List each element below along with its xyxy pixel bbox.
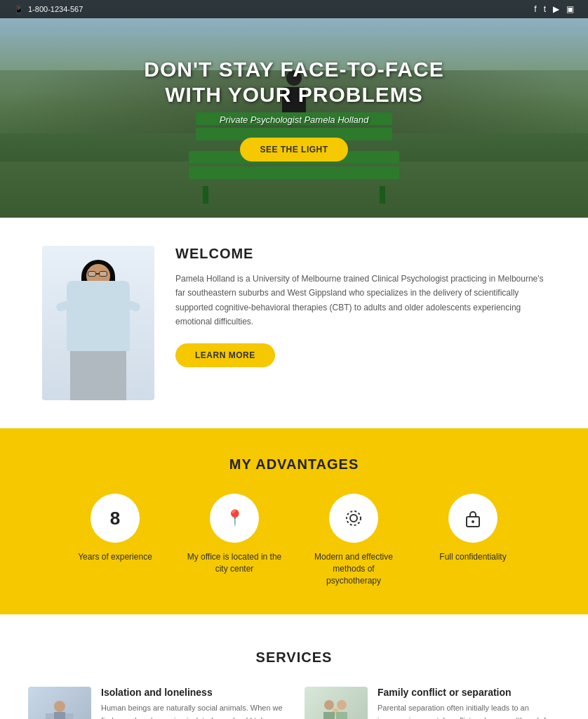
learn-more-button[interactable]: LEARN MORE [175,343,275,367]
isolation-illustration [39,692,81,719]
service-content-isolation: Isolation and loneliness Human beings ar… [101,687,283,719]
social-icons: f t ▶ ▣ [534,4,574,14]
svg-rect-10 [323,712,335,719]
service-desc-family: Parental separation often initially lead… [377,702,560,719]
welcome-title: WELCOME [175,246,546,262]
bench-leg-right [380,186,385,204]
lock-icon [465,508,481,528]
svg-point-3 [472,520,474,523]
hero-section: DON'T STAY FACE-TO-FACE WITH YOUR PROBLE… [0,0,588,218]
service-item-family: Family conflict or separation Parental s… [305,687,560,719]
svg-point-5 [54,701,65,712]
twitter-icon[interactable]: t [544,4,546,14]
hero-subtitle: Private Psychologist Pamela Holland [144,114,443,125]
instagram-icon[interactable]: ▣ [566,4,574,14]
experience-label: Years of experience [78,551,152,563]
advantage-circle-methods [329,494,378,543]
service-image-family [305,687,368,719]
services-grid: Isolation and loneliness Human beings ar… [28,687,560,719]
location-label: My office is located in the city center [185,551,283,575]
advantage-item-confidentiality: Full confidentiality [424,494,522,586]
family-illustration [315,692,357,719]
advantage-item-methods: Modern and effective methods of psychoth… [305,494,403,586]
methods-label: Modern and effective methods of psychoth… [305,551,403,586]
services-section: SERVICES Isolation and loneliness Human … [0,614,588,719]
phone-icon: 📱 [14,5,24,14]
welcome-section: WELCOME Pamela Holland is a University o… [0,218,588,428]
welcome-text: WELCOME Pamela Holland is a University o… [175,246,546,367]
phone-number: 1-800-1234-567 [28,5,83,13]
service-name-isolation: Isolation and loneliness [101,687,283,698]
service-image-isolation [28,687,91,719]
location-icon: 📍 [225,509,244,527]
advantages-grid: 8 Years of experience 📍 My office is loc… [21,494,567,586]
youtube-icon[interactable]: ▶ [553,4,559,14]
phone-bar: 📱 1-800-1234-567 [14,5,83,14]
advantage-circle-experience: 8 [91,494,140,543]
advantage-item-experience: 8 Years of experience [66,494,164,586]
gear-icon [344,508,363,528]
psychologist-avatar [42,246,154,400]
svg-point-8 [337,700,347,710]
svg-point-0 [350,515,357,522]
svg-point-7 [324,700,334,710]
svg-rect-6 [54,712,65,719]
top-bar: 📱 1-800-1234-567 f t ▶ ▣ [0,0,588,18]
bench-leg-left [203,186,208,204]
facebook-icon[interactable]: f [534,4,536,14]
hero-cta-button[interactable]: SEE THE LIGHT [240,138,347,161]
hero-title: DON'T STAY FACE-TO-FACE WITH YOUR PROBLE… [144,57,443,107]
hero-content: DON'T STAY FACE-TO-FACE WITH YOUR PROBLE… [144,57,443,161]
advantage-circle-location: 📍 [210,494,259,543]
advantage-circle-confidentiality [448,494,497,543]
bench-seat-slat2 [189,166,399,179]
service-desc-isolation: Human beings are naturally social animal… [101,702,283,719]
service-item-isolation: Isolation and loneliness Human beings ar… [28,687,283,719]
service-name-family: Family conflict or separation [377,687,560,698]
confidentiality-label: Full confidentiality [439,551,506,563]
welcome-description: Pamela Holland is a University of Melbou… [175,272,546,329]
advantages-title: MY ADVANTAGES [21,456,567,473]
services-title: SERVICES [28,649,560,666]
service-content-family: Family conflict or separation Parental s… [377,687,560,719]
advantages-section: MY ADVANTAGES 8 Years of experience 📍 My… [0,428,588,614]
svg-point-1 [347,511,361,525]
experience-number: 8 [110,508,120,529]
svg-rect-11 [336,712,347,719]
welcome-image-container [42,246,154,400]
advantage-item-location: 📍 My office is located in the city cente… [185,494,283,586]
